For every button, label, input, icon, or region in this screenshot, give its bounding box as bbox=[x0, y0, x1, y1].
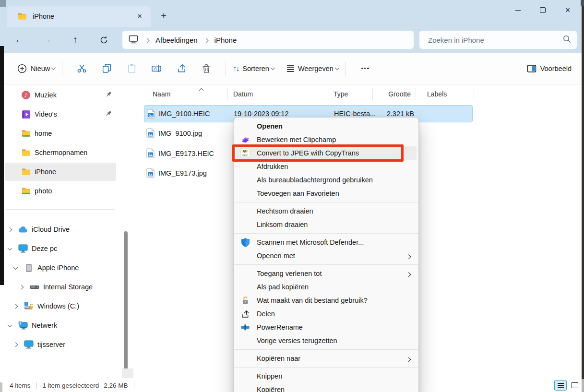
explorer-tab-iphone[interactable]: iPhone × bbox=[7, 6, 151, 27]
column-divider[interactable] bbox=[416, 88, 416, 100]
sidebar-item-apple-iphone[interactable]: Apple iPhone bbox=[5, 259, 116, 277]
sidebar-item-windows-c[interactable]: Windows (C:) bbox=[5, 297, 116, 315]
breadcrumb: Afbeeldingen iPhone bbox=[122, 31, 414, 49]
refresh-button[interactable] bbox=[95, 31, 112, 48]
menu-item-toegang-verlenen-tot[interactable]: Toegang verlenen tot bbox=[236, 267, 417, 280]
more-options-button[interactable] bbox=[356, 60, 375, 77]
chevron-right-icon[interactable] bbox=[7, 228, 12, 231]
selection-size: 2,26 MB bbox=[104, 382, 128, 389]
forward-button[interactable]: → bbox=[38, 31, 56, 48]
menu-item-als-bureaubladachtergrond[interactable]: Als bureaubladachtergrond gebruiken bbox=[236, 173, 417, 187]
image-file-icon bbox=[146, 148, 155, 160]
sidebar-item-tijsserver[interactable]: tijsserver bbox=[5, 335, 116, 354]
breadcrumb-chevron-icon bbox=[204, 36, 208, 44]
chevron-right-icon[interactable] bbox=[12, 305, 18, 308]
menu-item-scannen-met-defender[interactable]: Scannen met Microsoft Defender... bbox=[236, 236, 417, 249]
chevron-down-icon[interactable] bbox=[7, 324, 12, 327]
column-header-grootte[interactable]: Grootte bbox=[373, 86, 416, 102]
tab-close-icon[interactable]: × bbox=[133, 10, 146, 23]
menu-item-kopieren-naar[interactable]: Kopiëren naar bbox=[236, 352, 417, 365]
sidebar-item-internal-storage[interactable]: Internal Storage bbox=[5, 278, 116, 296]
column-divider[interactable] bbox=[329, 88, 329, 100]
pin-icon bbox=[105, 110, 112, 119]
chevron-right-icon[interactable] bbox=[12, 343, 18, 346]
menu-item-vorige-versies[interactable]: Vorige versies terugzetten bbox=[236, 334, 417, 347]
submenu-chevron-icon bbox=[407, 270, 410, 277]
item-count: 4 items bbox=[10, 382, 31, 389]
back-button[interactable]: ← bbox=[11, 31, 28, 48]
trash-icon bbox=[202, 63, 211, 73]
column-header-labels[interactable]: Labels bbox=[416, 86, 474, 102]
sidebar-item-photo[interactable]: photo bbox=[5, 182, 116, 200]
details-view-button[interactable] bbox=[554, 380, 567, 391]
column-header-datum[interactable]: Datum bbox=[228, 86, 329, 102]
search-icon[interactable] bbox=[563, 35, 571, 45]
this-pc-icon[interactable] bbox=[128, 35, 139, 46]
search-input[interactable] bbox=[427, 36, 563, 45]
chevron-down-icon[interactable] bbox=[7, 247, 12, 250]
menu-item-openen[interactable]: Openen bbox=[236, 119, 417, 133]
drive-icon bbox=[30, 282, 39, 292]
breadcrumb-item-afbeeldingen[interactable]: Afbeeldingen bbox=[155, 36, 198, 44]
new-button[interactable]: Nieuw bbox=[17, 64, 55, 73]
preview-toggle-button[interactable]: Voorbeeld bbox=[527, 64, 573, 73]
sidebar-item-schermopnamen[interactable]: Schermopnamen bbox=[5, 143, 116, 162]
close-icon: × bbox=[565, 6, 571, 14]
breadcrumb-item-iphone[interactable]: iPhone bbox=[215, 36, 237, 44]
sidebar-scrollbar[interactable] bbox=[124, 231, 128, 369]
menu-item-convert-to-jpeg-with-copytrans[interactable]: HEIC Convert to JPEG with CopyTrans bbox=[236, 146, 417, 160]
delete-button[interactable] bbox=[197, 60, 216, 77]
view-label: Weergeven bbox=[298, 65, 334, 72]
paste-button[interactable] bbox=[122, 60, 141, 77]
column-divider[interactable] bbox=[474, 88, 474, 100]
menu-item-afdrukken[interactable]: Afdrukken bbox=[236, 160, 417, 173]
icons-view-button[interactable] bbox=[569, 380, 581, 391]
search-box bbox=[419, 31, 577, 49]
menu-item-toevoegen-aan-favorieten[interactable]: Toevoegen aan Favorieten bbox=[236, 187, 417, 200]
new-tab-button[interactable]: + bbox=[156, 9, 171, 23]
tab-title: iPhone bbox=[33, 12, 133, 20]
menu-item-powerrename[interactable]: PowerRename bbox=[236, 321, 417, 334]
sidebar-item-netwerk[interactable]: Netwerk bbox=[5, 316, 116, 334]
maximize-button[interactable] bbox=[530, 0, 555, 20]
folder-icon bbox=[17, 12, 27, 21]
preview-pane-icon bbox=[527, 64, 536, 73]
cut-button[interactable] bbox=[72, 60, 91, 77]
menu-item-knippen[interactable]: Knippen bbox=[236, 369, 417, 383]
share-button[interactable] bbox=[172, 60, 191, 77]
image-file-icon bbox=[146, 168, 155, 180]
window-controls: × bbox=[505, 0, 580, 20]
view-button[interactable]: Weergeven bbox=[287, 65, 339, 72]
sidebar-item-videos[interactable]: Video's bbox=[5, 105, 116, 123]
menu-item-rechtsom-draaien[interactable]: Rechtsom draaien bbox=[236, 204, 417, 218]
copy-button[interactable] bbox=[97, 60, 116, 77]
up-button[interactable]: ↑ bbox=[67, 31, 84, 48]
sidebar-item-home[interactable]: home bbox=[5, 124, 116, 143]
folder-icon bbox=[21, 129, 31, 138]
chevron-right-icon[interactable] bbox=[18, 285, 24, 289]
menu-item-linksom-draaien[interactable]: Linksom draaien bbox=[236, 218, 417, 231]
menu-item-openen-met[interactable]: Openen met bbox=[236, 249, 417, 262]
chevron-down-icon[interactable] bbox=[12, 266, 18, 270]
sidebar-item-deze-pc[interactable]: Deze pc bbox=[5, 239, 116, 258]
sidebar-item-muziek[interactable]: ♪ Muziek bbox=[5, 86, 116, 104]
sidebar-item-icloud-drive[interactable]: iCloud Drive bbox=[5, 220, 116, 238]
svg-text:A: A bbox=[154, 66, 157, 71]
column-header-naam[interactable]: Naam bbox=[144, 86, 228, 102]
sort-button[interactable]: ↑↓ Sorteren bbox=[233, 64, 274, 73]
toolbar-divider bbox=[62, 61, 62, 76]
menu-item-als-pad-kopieren[interactable]: Als pad kopiëren bbox=[236, 280, 417, 294]
plus-circle-icon bbox=[17, 64, 27, 73]
rename-button[interactable]: A bbox=[147, 60, 166, 77]
close-button[interactable]: × bbox=[555, 0, 580, 20]
column-header-type[interactable]: Type bbox=[329, 86, 373, 102]
menu-item-wat-maakt-gebruik[interactable]: Wat maakt van dit bestand gebruik? bbox=[236, 294, 417, 307]
sidebar-item-iphone[interactable]: iPhone bbox=[5, 163, 116, 181]
music-icon: ♪ bbox=[21, 90, 31, 100]
menu-item-kopieren[interactable]: Kopiëren bbox=[236, 383, 417, 392]
minimize-button[interactable] bbox=[505, 0, 530, 20]
column-divider[interactable] bbox=[227, 88, 228, 100]
column-divider[interactable] bbox=[372, 88, 373, 100]
menu-item-delen[interactable]: Delen bbox=[236, 307, 417, 321]
icons-view-icon bbox=[572, 382, 578, 388]
